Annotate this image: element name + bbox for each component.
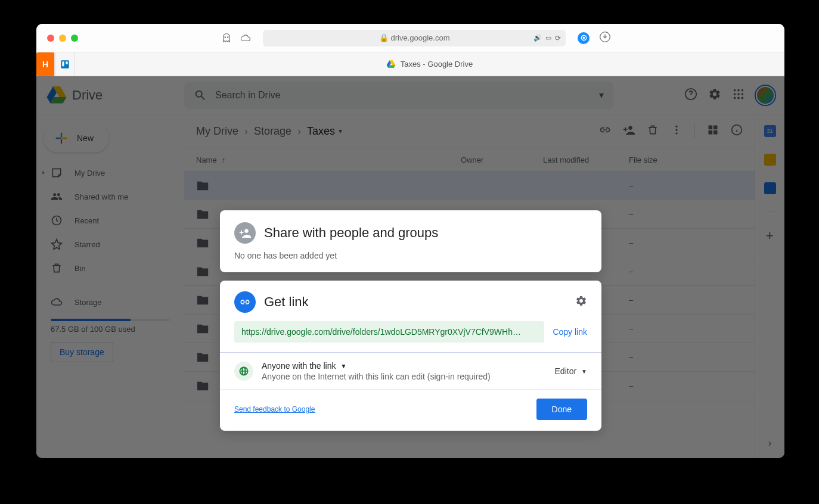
get-link-modal: Get link https://drive.google.com/drive/… (220, 281, 601, 431)
onepassword-icon[interactable]: ⦿ (578, 32, 590, 44)
minimize-window-button[interactable] (59, 35, 66, 42)
pinned-tabs: H (36, 52, 75, 76)
drive-app: Drive Search in Drive ▾ New (36, 76, 784, 458)
browser-titlebar: 🔒 drive.google.com 🔊 ▭ ⟳ ⦿ (36, 24, 784, 52)
access-row: Anyone with the link ▼ Anyone on the Int… (220, 352, 601, 390)
browser-tabbar: H Taxes - Google Drive (36, 52, 784, 76)
access-description: Anyone on the Internet with this link ca… (262, 372, 555, 381)
maximize-window-button[interactable] (71, 35, 78, 42)
link-modal-header: Get link (220, 281, 601, 321)
chevron-down-icon: ▼ (341, 363, 347, 369)
toolbar-right-icons: ⦿ (578, 31, 611, 45)
access-scope: Anyone with the link ▼ Anyone on the Int… (262, 361, 555, 381)
share-modal-header: Share with people and groups (220, 210, 601, 251)
pinned-tab-hn[interactable]: H (36, 52, 55, 76)
modal-container: Share with people and groups No one has … (220, 210, 601, 439)
link-modal-title: Get link (264, 294, 575, 310)
access-scope-selector[interactable]: Anyone with the link ▼ (262, 361, 555, 371)
link-row: https://drive.google.com/drive/folders/1… (220, 321, 601, 352)
browser-window: 🔒 drive.google.com 🔊 ▭ ⟳ ⦿ H Taxes - Goo… (36, 24, 784, 458)
svg-point-0 (225, 36, 226, 38)
done-button[interactable]: Done (536, 399, 587, 420)
active-tab[interactable]: Taxes - Google Drive (75, 60, 784, 69)
drive-icon (386, 60, 396, 69)
svg-rect-4 (62, 61, 64, 66)
downloads-icon[interactable] (599, 31, 611, 45)
reload-icon[interactable]: ⟳ (555, 34, 561, 42)
pinned-tab-trello[interactable] (55, 52, 75, 76)
ghost-icon[interactable] (221, 33, 232, 43)
svg-point-1 (228, 36, 229, 38)
link-modal-footer: Send feedback to Google Done (220, 390, 601, 431)
feedback-link[interactable]: Send feedback to Google (234, 405, 315, 413)
share-modal: Share with people and groups No one has … (220, 210, 601, 272)
tab-title: Taxes - Google Drive (401, 60, 473, 69)
link-settings-icon[interactable] (575, 295, 587, 309)
address-bar-right: 🔊 ▭ ⟳ (533, 34, 561, 42)
audio-icon[interactable]: 🔊 (533, 34, 542, 42)
cloud-icon[interactable] (240, 33, 251, 43)
share-modal-title: Share with people and groups (264, 225, 438, 241)
close-window-button[interactable] (47, 35, 54, 42)
copy-link-button[interactable]: Copy link (553, 327, 587, 337)
toolbar-left-icons (221, 33, 251, 43)
role-selector[interactable]: Editor ▼ (555, 366, 587, 376)
share-people-icon (234, 222, 256, 244)
share-modal-subtitle: No one has been added yet (220, 251, 601, 272)
lock-icon: 🔒 (379, 33, 389, 42)
address-bar[interactable]: 🔒 drive.google.com 🔊 ▭ ⟳ (263, 30, 566, 46)
globe-icon (234, 362, 253, 381)
chevron-down-icon: ▼ (581, 368, 587, 375)
url-text: drive.google.com (391, 33, 450, 42)
svg-rect-5 (66, 61, 67, 64)
link-icon (234, 291, 256, 313)
pip-icon[interactable]: ▭ (545, 34, 551, 42)
share-link-field[interactable]: https://drive.google.com/drive/folders/1… (234, 321, 544, 343)
window-controls (47, 35, 78, 42)
